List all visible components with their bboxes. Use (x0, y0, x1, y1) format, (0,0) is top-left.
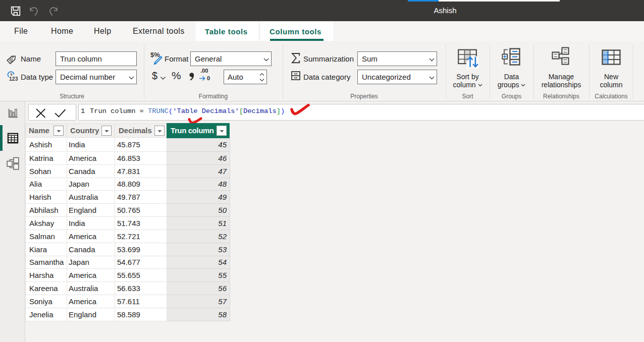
svg-text:123: 123 (9, 76, 18, 82)
